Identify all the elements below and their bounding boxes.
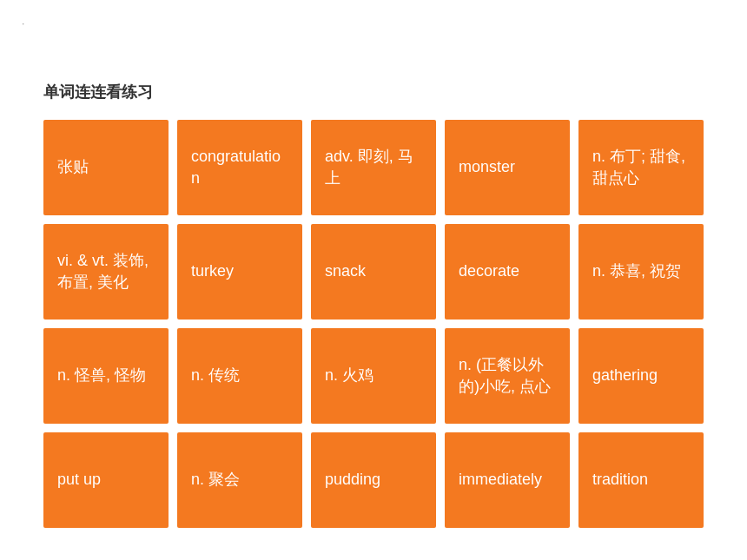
card-2-text: congratulation (191, 146, 288, 189)
card-grid: 张贴congratulationadv. 即刻, 马上monstern. 布丁;… (17, 120, 730, 528)
card-12[interactable]: n. 传统 (177, 328, 302, 424)
card-12-text: n. 传统 (191, 365, 240, 386)
dot: · (22, 17, 730, 30)
card-18-text: pudding (325, 469, 380, 491)
card-14[interactable]: n. (正餐以外的)小吃, 点心 (445, 328, 570, 424)
card-13[interactable]: n. 火鸡 (311, 328, 436, 424)
card-9-text: decorate (459, 260, 519, 282)
card-11[interactable]: n. 怪兽, 怪物 (43, 328, 169, 424)
card-20[interactable]: tradition (578, 432, 704, 528)
card-1-text: 张贴 (57, 156, 89, 178)
card-4[interactable]: monster (445, 120, 570, 215)
page-title: 单词连连看练习 (43, 82, 730, 102)
card-11-text: n. 怪兽, 怪物 (57, 365, 146, 386)
card-16-text: put up (57, 469, 101, 491)
card-10[interactable]: n. 恭喜, 祝贺 (578, 224, 704, 320)
card-13-text: n. 火鸡 (325, 365, 374, 386)
card-6-text: vi. & vt. 装饰, 布置, 美化 (57, 250, 155, 293)
card-3[interactable]: adv. 即刻, 马上 (311, 120, 436, 215)
card-9[interactable]: decorate (445, 224, 570, 320)
card-5[interactable]: n. 布丁; 甜食, 甜点心 (578, 120, 704, 215)
card-19-text: immediately (459, 469, 542, 491)
card-18[interactable]: pudding (311, 432, 436, 528)
card-15-text: gathering (592, 365, 658, 386)
card-15[interactable]: gathering (578, 328, 704, 424)
card-17-text: n. 聚会 (191, 469, 240, 491)
card-17[interactable]: n. 聚会 (177, 432, 302, 528)
card-8-text: snack (325, 260, 366, 282)
card-16[interactable]: put up (43, 432, 169, 528)
card-7[interactable]: turkey (177, 224, 302, 320)
card-6[interactable]: vi. & vt. 装饰, 布置, 美化 (43, 224, 169, 320)
card-1[interactable]: 张贴 (43, 120, 169, 215)
card-4-text: monster (459, 156, 515, 178)
card-2[interactable]: congratulation (177, 120, 302, 215)
card-8[interactable]: snack (311, 224, 436, 320)
card-19[interactable]: immediately (445, 432, 570, 528)
card-3-text: adv. 即刻, 马上 (325, 146, 422, 189)
card-5-text: n. 布丁; 甜食, 甜点心 (592, 146, 690, 189)
card-7-text: turkey (191, 260, 234, 282)
card-14-text: n. (正餐以外的)小吃, 点心 (459, 354, 556, 398)
card-20-text: tradition (592, 469, 648, 491)
card-10-text: n. 恭喜, 祝贺 (592, 260, 681, 282)
